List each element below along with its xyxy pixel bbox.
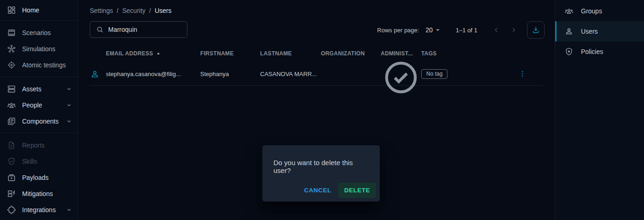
pagination-range: 1–1 of 1 [456, 27, 477, 34]
sidebar-item-policies[interactable]: Policies [555, 42, 644, 62]
chevron-left-icon [492, 25, 501, 35]
cell-administrator [381, 50, 421, 98]
dialog-actions: CANCEL DELETE [262, 183, 380, 202]
column-label: ORGANIZATION [321, 50, 365, 57]
row-avatar-cell [90, 69, 106, 79]
person-icon [90, 69, 100, 79]
sidebar-item-home[interactable]: Home [0, 0, 78, 20]
cell-lastname: CASANOVA MARR... [260, 71, 321, 77]
person-icon [564, 27, 574, 36]
right-sidebar: Groups Users Policies [555, 0, 644, 220]
sidebar-item-integrations[interactable]: Integrations [0, 202, 78, 218]
movie-icon [7, 28, 16, 37]
chevron-right-icon [509, 25, 518, 35]
column-header-firstname[interactable]: FIRSTNAME [200, 50, 260, 57]
previous-page-button[interactable] [489, 23, 503, 37]
sidebar-item-label: Mitigations [22, 190, 53, 197]
sidebar-item-label: Payloads [22, 174, 49, 181]
puzzle-icon [7, 205, 16, 214]
list-controls: Rows per page: 20 1–1 of 1 [377, 21, 545, 39]
sidebar-item-mitigations[interactable]: Mitigations [0, 185, 78, 202]
breadcrumb: Settings / Security / Users [90, 7, 172, 14]
check-circle-icon [381, 57, 421, 98]
sidebar-item-scenarios[interactable]: Scenarios [0, 24, 78, 41]
sidebar-item-label: Components [22, 118, 58, 125]
shield-check-icon [7, 157, 16, 166]
sidebar-item-label: Integrations [22, 206, 56, 214]
column-label: FIRSTNAME [200, 50, 234, 57]
dropdown-arrow-icon [434, 26, 442, 34]
sidebar-item-assets[interactable]: Assets [0, 81, 78, 97]
cell-firstname: Stephanya [200, 71, 260, 77]
sidebar-item-label: Reports [22, 142, 45, 149]
delete-confirmation-dialog: Do you want to delete this user? CANCEL … [262, 145, 380, 202]
next-page-button[interactable] [507, 23, 521, 37]
sidebar-item-payloads[interactable]: Payloads [0, 169, 78, 185]
storage-icon [7, 84, 16, 94]
export-button[interactable] [527, 21, 545, 39]
column-label: EMAIL ADDRESS [106, 50, 153, 57]
column-header-organization[interactable]: ORGANIZATION [321, 50, 381, 57]
chevron-down-icon [65, 206, 73, 214]
search-icon [96, 25, 104, 34]
newspaper-icon [7, 117, 16, 126]
sidebar-item-label: Skills [22, 158, 37, 165]
column-header-tags[interactable]: TAGS [421, 50, 518, 57]
more-vert-icon[interactable] [518, 70, 527, 79]
dialog-message: Do you want to delete this user? [262, 145, 380, 183]
breadcrumb-security[interactable]: Security [122, 7, 145, 14]
cell-tags: No tag [421, 69, 518, 79]
sidebar-item-label: Assets [22, 85, 41, 93]
sidebar-item-label: Scenarios [22, 29, 51, 36]
column-label: LASTNAME [260, 50, 292, 57]
table-row[interactable]: stephanya.casanova@filig... Stephanya CA… [90, 63, 543, 86]
sidebar-item-label: Simulations [22, 45, 55, 53]
table-header: EMAIL ADDRESS FIRSTNAME LASTNAME ORGANIZ… [78, 46, 555, 61]
subscriptions-icon [7, 173, 16, 182]
sidebar-item-reports: Reports [0, 137, 78, 153]
chevron-down-icon [65, 101, 73, 109]
sidebar-item-components[interactable]: Components [0, 113, 78, 129]
search-box[interactable] [90, 21, 187, 38]
sidebar-item-groups[interactable]: Groups [555, 1, 644, 21]
sidebar-item-label: People [22, 101, 42, 109]
groups-icon [7, 101, 16, 110]
dashboard-icon [7, 6, 16, 15]
sidebar-item-simulations[interactable]: Simulations [0, 41, 78, 57]
groups-icon [564, 6, 574, 16]
document-icon [7, 141, 16, 150]
column-label: TAGS [421, 50, 437, 57]
download-icon [531, 25, 540, 35]
cancel-button[interactable]: CANCEL [299, 183, 336, 198]
cell-email: stephanya.casanova@filig... [106, 71, 200, 77]
sidebar-item-label: Users [581, 28, 598, 35]
sidebar-item-people[interactable]: People [0, 97, 78, 113]
chevron-down-icon [65, 117, 73, 125]
sidebar-item-users[interactable]: Users [555, 21, 644, 42]
feed-bolt-icon [7, 189, 16, 198]
sidebar-item-atomic-testings[interactable]: Atomic testings [0, 57, 78, 73]
sidebar-item-label: Policies [581, 48, 603, 55]
delete-button[interactable]: DELETE [338, 183, 376, 198]
rows-per-page-value: 20 [425, 26, 433, 34]
chevron-down-icon [65, 85, 73, 93]
rows-per-page-select[interactable]: 20 [425, 26, 442, 34]
breadcrumb-settings[interactable]: Settings [90, 7, 113, 14]
sidebar-item-label: Atomic testings [22, 61, 66, 69]
tag-chip: No tag [421, 69, 447, 79]
target-icon [7, 60, 16, 70]
column-header-lastname[interactable]: LASTNAME [260, 50, 321, 57]
column-header-email[interactable]: EMAIL ADDRESS [106, 50, 200, 57]
breadcrumb-separator: / [149, 7, 151, 14]
left-sidebar: Home Scenarios Simulations Atomic testin… [0, 0, 78, 220]
breadcrumb-separator: / [117, 7, 119, 14]
breadcrumb-users: Users [155, 7, 172, 14]
sidebar-item-label: Home [22, 6, 39, 14]
cell-actions [518, 70, 527, 79]
search-input[interactable] [108, 26, 181, 33]
sidebar-item-skills: Skills [0, 153, 78, 169]
sort-asc-icon [155, 50, 162, 57]
shield-star-icon [564, 47, 574, 56]
hub-icon [7, 44, 16, 54]
rows-per-page-label: Rows per page: [377, 27, 419, 34]
